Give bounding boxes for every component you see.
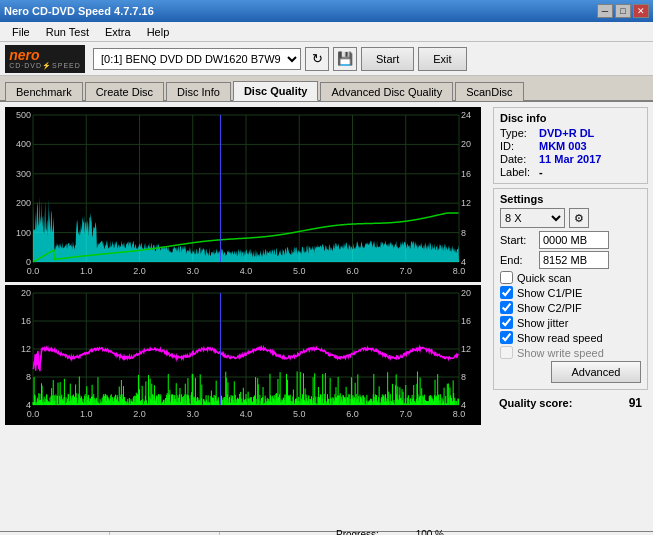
menu-file[interactable]: File (4, 24, 38, 40)
show-c1-row: Show C1/PIE (500, 286, 641, 299)
main-content: Disc info Type: DVD+R DL ID: MKM 003 Dat… (0, 102, 653, 531)
type-key: Type: (500, 127, 535, 139)
tabs-bar: Benchmark Create Disc Disc Info Disc Qua… (0, 76, 653, 102)
maximize-button[interactable]: □ (615, 4, 631, 18)
show-c2-row: Show C2/PIF (500, 301, 641, 314)
top-chart-wrapper (5, 107, 488, 282)
start-button[interactable]: Start (361, 47, 414, 71)
show-write-speed-row: Show write speed (500, 346, 641, 359)
save-icon-button[interactable]: 💾 (333, 47, 357, 71)
start-row: Start: (500, 231, 641, 249)
speed-row: 8 X ⚙ (500, 208, 641, 228)
nero-logo: nero CD·DVD⚡SPEED (5, 45, 85, 73)
menubar: File Run Test Extra Help (0, 22, 653, 42)
settings-label: Settings (500, 193, 641, 205)
advanced-button[interactable]: Advanced (551, 361, 641, 383)
window-title: Nero CD-DVD Speed 4.7.7.16 (4, 5, 154, 17)
menu-help[interactable]: Help (139, 24, 178, 40)
label-value: - (539, 166, 543, 178)
show-read-speed-label: Show read speed (517, 332, 603, 344)
id-value: MKM 003 (539, 140, 587, 152)
progress-label: Progress: (336, 529, 379, 535)
exit-button[interactable]: Exit (418, 47, 466, 71)
quick-scan-label: Quick scan (517, 272, 571, 284)
quick-scan-checkbox[interactable] (500, 271, 513, 284)
drive-select[interactable]: [0:1] BENQ DVD DD DW1620 B7W9 (93, 48, 301, 70)
disc-info-label: Disc info (500, 112, 641, 124)
id-key: ID: (500, 140, 535, 152)
menu-run-test[interactable]: Run Test (38, 24, 97, 40)
date-key: Date: (500, 153, 535, 165)
charts-area (5, 107, 488, 526)
show-jitter-label: Show jitter (517, 317, 568, 329)
show-c1-label: Show C1/PIE (517, 287, 582, 299)
close-button[interactable]: ✕ (633, 4, 649, 18)
show-write-speed-label: Show write speed (517, 347, 604, 359)
quality-score-row: Quality score: 91 (493, 394, 648, 412)
titlebar-buttons: ─ □ ✕ (597, 4, 649, 18)
tab-create-disc[interactable]: Create Disc (85, 82, 164, 101)
bottom-chart-wrapper (5, 285, 488, 425)
bottom-chart-canvas (5, 285, 481, 425)
show-c2-label: Show C2/PIF (517, 302, 582, 314)
tab-scan-disc[interactable]: ScanDisc (455, 82, 523, 101)
refresh-icon-button[interactable]: ↻ (305, 47, 329, 71)
disc-id-row: ID: MKM 003 (500, 140, 641, 152)
show-jitter-row: Show jitter (500, 316, 641, 329)
show-c2-checkbox[interactable] (500, 301, 513, 314)
start-input[interactable] (539, 231, 609, 249)
show-read-speed-row: Show read speed (500, 331, 641, 344)
quality-score: 91 (629, 396, 642, 410)
label-key: Label: (500, 166, 535, 178)
settings-section: Settings 8 X ⚙ Start: End: Quick scan (493, 188, 648, 390)
speed-select[interactable]: 8 X (500, 208, 565, 228)
top-chart-canvas (5, 107, 481, 282)
toolbar: nero CD·DVD⚡SPEED [0:1] BENQ DVD DD DW16… (0, 42, 653, 76)
settings-icon-button[interactable]: ⚙ (569, 208, 589, 228)
tab-disc-info[interactable]: Disc Info (166, 82, 231, 101)
show-write-speed-checkbox (500, 346, 513, 359)
progress-value: 100 % (416, 529, 444, 535)
type-value: DVD+R DL (539, 127, 594, 139)
disc-date-row: Date: 11 Mar 2017 (500, 153, 641, 165)
quick-scan-row: Quick scan (500, 271, 641, 284)
end-label: End: (500, 254, 535, 266)
start-label: Start: (500, 234, 535, 246)
menu-extra[interactable]: Extra (97, 24, 139, 40)
tab-benchmark[interactable]: Benchmark (5, 82, 83, 101)
show-c1-checkbox[interactable] (500, 286, 513, 299)
nero-logo-text: nero (9, 48, 81, 62)
progress-row: Progress: 100 % (336, 529, 444, 535)
end-row: End: (500, 251, 641, 269)
nero-logo-subtext: CD·DVD⚡SPEED (9, 62, 81, 70)
status-bar: PI Errors Average: 19.32 Maximum: 242 To… (0, 531, 653, 535)
end-input[interactable] (539, 251, 609, 269)
minimize-button[interactable]: ─ (597, 4, 613, 18)
show-read-speed-checkbox[interactable] (500, 331, 513, 344)
quality-label: Quality score: (499, 397, 572, 409)
show-jitter-checkbox[interactable] (500, 316, 513, 329)
tab-advanced-disc-quality[interactable]: Advanced Disc Quality (320, 82, 453, 101)
titlebar: Nero CD-DVD Speed 4.7.7.16 ─ □ ✕ (0, 0, 653, 22)
disc-info-section: Disc info Type: DVD+R DL ID: MKM 003 Dat… (493, 107, 648, 184)
disc-label-row: Label: - (500, 166, 641, 178)
right-panel: Disc info Type: DVD+R DL ID: MKM 003 Dat… (493, 107, 648, 526)
disc-type-row: Type: DVD+R DL (500, 127, 641, 139)
tab-disc-quality[interactable]: Disc Quality (233, 81, 319, 101)
date-value: 11 Mar 2017 (539, 153, 601, 165)
